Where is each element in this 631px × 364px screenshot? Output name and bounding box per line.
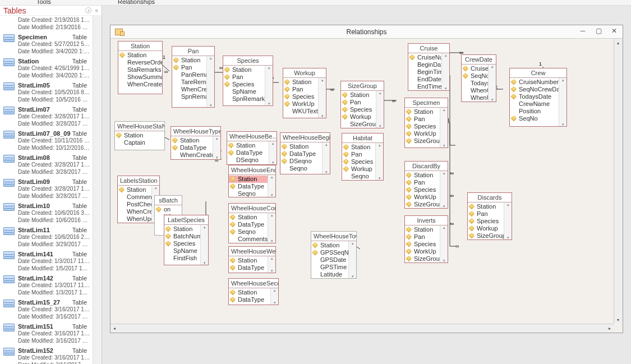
relation-field[interactable]: SizeGroup [405,137,440,145]
relation-field[interactable]: GPSDate [311,256,348,264]
relation-table-whwea[interactable]: WheelHouseWea...StationDataType▴▾ [228,246,276,273]
table-item[interactable]: Date Created: 2/19/2016 10:37:19 A...Dat… [0,16,93,33]
relation-field[interactable]: WorkUp [405,248,440,255]
relation-field[interactable]: DataType [280,150,322,158]
relation-field[interactable]: WhenCreated [172,86,206,93]
relation-field[interactable]: Station [223,66,265,73]
relation-field[interactable]: Station [341,91,376,99]
relation-field[interactable]: Station [164,225,200,233]
relation-table-whcom[interactable]: WheelHouseCom...StationDataTypeSeqnoComm… [228,203,276,243]
relation-field[interactable]: DataType [227,149,269,156]
relation-table-labelsstation[interactable]: LabelsStationStationCommentPostCheckWhen… [117,176,160,223]
relation-box-scrollbar[interactable]: ▴▾ [441,53,449,91]
relation-field[interactable]: WKUText [283,108,318,115]
relation-table-cruise[interactable]: CruiseCruiseNumBeginDateBeginTimeEndDate… [408,43,450,91]
relation-field[interactable]: Station [280,143,322,150]
table-item[interactable]: StratLim151TableDate Created: 3/16/2017 … [0,322,93,347]
relation-field[interactable]: Station [405,108,440,116]
table-item[interactable]: StratLim10TableDate Created: 10/6/2016 3… [0,202,93,226]
relation-box-scrollbar[interactable]: ▴▾ [488,64,496,102]
table-item[interactable]: StratLim141TableDate Created: 1/3/2017 1… [0,250,93,274]
relation-field[interactable]: TodaysD [462,80,488,87]
relation-table-whtow[interactable]: WheelHouseTow...StationGPSSeqNoGPSDateGP… [311,231,357,279]
relation-field[interactable]: Latitude [311,271,348,278]
relation-field[interactable]: Pan [468,210,504,218]
relation-box-scrollbar[interactable]: ▴▾ [200,225,208,265]
relation-table-sizegroup[interactable]: SizeGroupStationPanSpeciesWorkupSizeGrou… [340,81,384,128]
tables-scrollbar[interactable] [93,16,102,364]
relation-box-scrollbar[interactable]: ▴▾ [270,288,278,305]
relation-field[interactable]: WorkUp [405,130,440,137]
relation-field[interactable]: SpName [164,247,200,255]
relation-table-whtype[interactable]: WheelHouseTypeStationDataTypeWhenCreated… [171,126,221,160]
relation-field[interactable]: Pan [405,179,440,186]
relation-box-scrollbar[interactable]: ▴▾ [440,171,448,209]
relation-field[interactable]: Pan [223,73,265,81]
relation-field[interactable]: SizeGroup [341,121,376,128]
relation-field[interactable]: Pan [341,99,376,106]
relation-field[interactable]: Station [227,142,269,149]
relation-field[interactable]: SeqNoCrewDate [510,86,559,93]
relation-table-inverts[interactable]: InvertsStationPanSpeciesWorkUpSizeGroup▴… [404,215,448,263]
relation-box-scrollbar[interactable]: ▴▾ [322,142,330,174]
relationships-canvas[interactable]: 1∞ 1∞ ∞ 1∞ 1∞ 1∞ 1∞ 1∞ 1 1∞ 1∞ 1∞ [110,39,614,324]
window-maximize-button[interactable]: ▢ [595,27,602,35]
relation-field[interactable]: Pan [405,233,440,241]
relation-field[interactable]: Position [510,108,559,115]
relation-field[interactable]: on [155,206,182,213]
relation-table-whbegin[interactable]: WheelHouseBeginStationDataTypeDSeqnoSeqn… [280,132,330,174]
table-item[interactable]: StratLim15_27TableDate Created: 3/16/201… [0,298,93,322]
relation-field[interactable]: WhenCreated [118,81,162,88]
relation-field[interactable]: CrewName [510,100,559,108]
relation-field[interactable]: Station [229,257,268,264]
relation-field[interactable]: FirstFish [164,255,200,262]
relation-field[interactable]: Station [468,203,504,210]
relation-field[interactable]: DSeqno [227,156,269,164]
relation-field[interactable]: Species [223,81,265,88]
relation-field[interactable]: Species [405,123,440,130]
relation-box-scrollbar[interactable]: ▴▾ [268,213,275,243]
relation-field[interactable]: ReverseOrde [118,59,162,66]
table-item[interactable]: SpecimenTableDate Created: 5/27/2012 5:3… [0,33,93,57]
relation-table-habitat[interactable]: HabitatStationPanSpeciesWorkupSeqno▴▾ [342,133,384,181]
relation-table-station[interactable]: StationStationReverseOrdeStaRemarksShowS… [118,41,163,94]
relation-field[interactable]: WorkUp [405,193,440,201]
relation-field[interactable]: Captain [115,139,164,146]
relation-field[interactable]: SpnRemarks [223,95,265,103]
relation-box-scrollbar[interactable]: ▴▾ [440,108,448,148]
relation-field[interactable]: DataType [229,183,268,190]
relation-field[interactable]: ShowSumma [118,73,162,81]
relation-field[interactable]: Species [405,186,440,193]
relation-field[interactable]: SizeGroup [468,232,504,239]
relation-field[interactable]: SeqNo [462,72,488,80]
relation-table-specimen[interactable]: SpecimenStationPanSpeciesWorkUpSizeGroup… [404,98,448,148]
nav-clear-icon[interactable]: ‹ [85,7,91,13]
relation-box-scrollbar[interactable]: ▴▾ [213,136,220,160]
relation-field[interactable]: Species [468,218,504,225]
relation-field[interactable]: WhenCreated [462,87,488,94]
relation-field[interactable]: Seqno [229,228,268,236]
relation-field[interactable]: Station [118,186,151,193]
relation-table-whend[interactable]: WheelHouseEndStationDataTypeSeqno▴▾ [228,165,276,197]
relation-field[interactable]: GPSTime [311,264,348,271]
relation-table-crewdate[interactable]: CrewDateCruiseNSeqNoTodaysDWhenCreatedWh… [461,54,496,102]
relation-field[interactable]: Pan [342,151,375,158]
table-item[interactable]: StratLim07TableDate Created: 3/28/2017 1… [0,105,93,130]
relation-box-scrollbar[interactable]: ▴▾ [559,78,566,127]
relation-field[interactable]: Seqno [280,165,322,172]
table-item[interactable]: StratLim152TableDate Created: 3/16/2017 … [0,347,93,364]
relation-table-crew[interactable]: CrewCruiseNumberSeqNoCrewDateTodaysDateC… [509,68,567,127]
canvas-vscroll[interactable]: ▴ ▾ [614,39,623,324]
relation-field[interactable]: Station [229,176,268,183]
relation-field[interactable]: EndDate [408,76,441,83]
relation-box-scrollbar[interactable]: ▴▾ [268,256,275,273]
relation-field[interactable]: WhenUp [462,94,488,102]
relation-field[interactable]: Station [229,289,270,296]
relation-field[interactable]: Seqno [342,173,375,180]
relation-field[interactable]: BeginDate [408,61,441,68]
relation-field[interactable]: Pan [283,86,318,93]
relation-field[interactable]: Species [283,93,318,100]
relation-field[interactable]: Workup [342,165,375,173]
relation-field[interactable]: SpName [223,88,265,95]
relation-field[interactable]: Station [311,242,348,249]
